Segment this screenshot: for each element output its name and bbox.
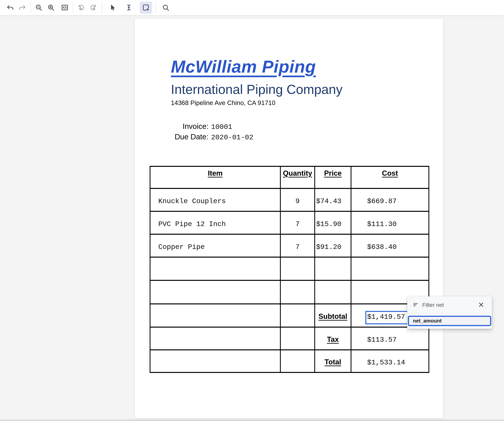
tax-row: Tax $113.57 xyxy=(150,327,429,350)
pointer-tool-button[interactable] xyxy=(106,2,119,14)
filter-popup-header: Filter net xyxy=(407,296,492,314)
filter-popup-title: Filter net xyxy=(422,302,476,308)
item-cell[interactable] xyxy=(150,304,281,327)
header-price: Price xyxy=(315,166,351,188)
fit-code-icon xyxy=(61,4,69,12)
text-select-tool-button[interactable] xyxy=(123,2,135,14)
header-quantity: Quantity xyxy=(281,166,315,188)
rotate-right-icon xyxy=(89,4,97,12)
item-cell[interactable]: Copper Pipe xyxy=(150,234,281,257)
quantity-cell[interactable] xyxy=(281,327,315,350)
filter-field-value: net_amount xyxy=(413,318,442,324)
close-button[interactable] xyxy=(476,300,486,310)
item-cell[interactable] xyxy=(150,327,281,350)
company-address: 14368 Pipeline Ave Chino, CA 91710 xyxy=(171,99,275,107)
close-icon xyxy=(478,301,485,309)
company-title: McWilliam Piping xyxy=(171,57,316,77)
filter-icon xyxy=(413,302,419,308)
undo-button[interactable] xyxy=(4,2,16,14)
cost-cell[interactable]: $638.40 xyxy=(351,234,429,257)
item-cell[interactable] xyxy=(150,350,281,373)
cost-cell[interactable] xyxy=(351,257,429,280)
toolbar xyxy=(0,0,504,16)
zoom-out-icon xyxy=(35,4,43,12)
table-row: PVC Pipe 12 Inch 7 $15.90 $111.30 xyxy=(150,211,429,234)
text-select-icon xyxy=(125,4,133,12)
zoom-out-button[interactable] xyxy=(33,2,45,14)
region-select-tool-button[interactable] xyxy=(140,2,152,14)
rotate-left-button[interactable] xyxy=(75,2,88,14)
cost-cell[interactable]: $111.30 xyxy=(351,211,429,234)
filter-popup: Filter net net_amount xyxy=(407,296,492,329)
due-date-line: Due Date:2020-01-02 xyxy=(171,132,253,141)
quantity-cell[interactable] xyxy=(281,257,315,280)
company-subtitle: International Piping Company xyxy=(171,82,342,97)
header-item: Item xyxy=(150,166,281,188)
invoice-number-line: Invoice:10001 xyxy=(171,122,232,131)
item-cell[interactable] xyxy=(150,280,281,304)
price-cell[interactable]: $15.90 xyxy=(315,211,351,234)
table-row-empty xyxy=(150,280,429,304)
quantity-cell[interactable]: 9 xyxy=(281,188,315,211)
invoice-table: Item Quantity Price Cost Knuckle Coupler… xyxy=(150,166,429,373)
search-icon xyxy=(162,4,170,12)
filter-field[interactable]: net_amount xyxy=(408,316,491,326)
quantity-cell[interactable]: 7 xyxy=(281,234,315,257)
toolbar-divider xyxy=(30,2,31,13)
item-cell[interactable] xyxy=(150,257,281,280)
pointer-icon xyxy=(108,4,116,12)
toolbar-divider xyxy=(156,2,156,13)
fit-width-button[interactable] xyxy=(59,2,71,14)
redo-icon xyxy=(18,4,26,12)
toolbar-divider xyxy=(102,2,102,13)
item-cell[interactable]: PVC Pipe 12 Inch xyxy=(150,211,281,234)
invoice-label: Invoice: xyxy=(171,122,209,131)
item-cell[interactable]: Knuckle Couplers xyxy=(150,188,281,211)
quantity-cell[interactable] xyxy=(281,304,315,327)
toolbar-divider xyxy=(73,2,73,13)
table-header-row: Item Quantity Price Cost xyxy=(150,166,429,188)
region-select-icon xyxy=(142,4,150,12)
tax-label-cell: Tax xyxy=(315,327,351,350)
total-row: Total $1,533.14 xyxy=(150,350,429,373)
quantity-cell[interactable] xyxy=(281,280,315,304)
tax-value-cell[interactable]: $113.57 xyxy=(351,327,429,350)
document-page: McWilliam Piping International Piping Co… xyxy=(135,19,443,418)
invoice-number[interactable]: 10001 xyxy=(211,123,232,131)
window-bottom-strip xyxy=(0,420,504,421)
subtotal-label-cell: Subtotal xyxy=(315,304,351,327)
quantity-cell[interactable]: 7 xyxy=(281,211,315,234)
rotate-right-button[interactable] xyxy=(87,2,99,14)
table-row: Knuckle Couplers 9 $74.43 $669.87 xyxy=(150,188,429,211)
price-cell[interactable] xyxy=(315,257,351,280)
zoom-in-button[interactable] xyxy=(45,2,57,14)
undo-icon xyxy=(6,4,14,12)
price-cell[interactable] xyxy=(315,280,351,304)
table-row: Copper Pipe 7 $91.20 $638.40 xyxy=(150,234,429,257)
due-date-value[interactable]: 2020-01-02 xyxy=(211,133,253,141)
price-cell[interactable]: $91.20 xyxy=(315,234,351,257)
total-value-cell[interactable]: $1,533.14 xyxy=(351,350,429,373)
cost-cell[interactable]: $669.87 xyxy=(351,188,429,211)
price-cell[interactable]: $74.43 xyxy=(315,188,351,211)
search-button[interactable] xyxy=(159,2,172,14)
due-date-label: Due Date: xyxy=(171,132,209,141)
zoom-in-icon xyxy=(47,4,55,12)
header-cost: Cost xyxy=(351,166,429,188)
table-row-empty xyxy=(150,257,429,280)
total-label-cell: Total xyxy=(315,350,351,373)
rotate-left-icon xyxy=(77,4,85,12)
quantity-cell[interactable] xyxy=(281,350,315,373)
redo-button[interactable] xyxy=(16,2,29,14)
